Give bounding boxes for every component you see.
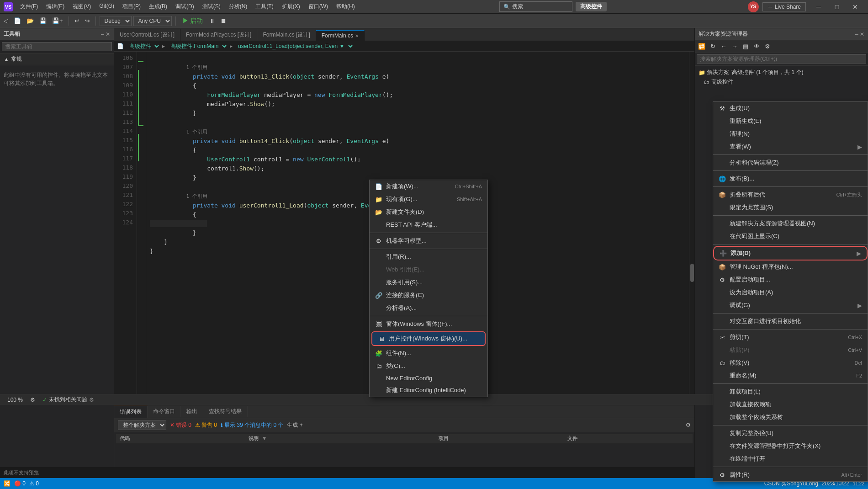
toolbar-stop[interactable]: ⏹ [219,16,228,25]
toolbox-search-area[interactable] [0,40,114,53]
toolbar-redo[interactable]: ↪ [83,16,92,25]
window-controls[interactable]: ─ □ ✕ [810,0,864,14]
ctx-new-editorconfig-intellicode[interactable]: 新建 EditorConfig (IntelliCode) [370,384,487,397]
issues-filter-icon[interactable]: ⚙ [89,397,94,403]
menu-file[interactable]: 文件(F) [16,2,42,11]
error-filter-icon[interactable]: ⚙ [686,422,691,428]
ctx-sol-clean[interactable]: 清理(N) [713,128,868,140]
menu-build[interactable]: 生成(B) [145,2,171,11]
menu-git[interactable]: Git(G) [95,2,118,11]
ctx-analyzer[interactable]: 分析器(A)... [370,302,487,314]
ctx-sol-add[interactable]: ➕ 添加(D) ▶ [713,246,868,260]
ctx-sol-copypath[interactable]: 复制完整路径(U) [713,427,868,440]
live-share-button[interactable]: ↔ Live Share [762,2,806,11]
tab-output[interactable]: 输出 [181,406,203,417]
ctx-sol-view[interactable]: 查看(W)▶ [713,140,868,153]
tab-find-symbols[interactable]: 查找符号结果 [203,406,248,417]
sol-tb-preview[interactable]: 👁 [752,41,762,51]
menu-edit[interactable]: 编辑(E) [42,2,68,11]
sol-tb-forward[interactable]: → [730,41,740,51]
editor-scrollbar[interactable] [689,52,694,405]
solution-search-area[interactable] [695,53,868,66]
menu-tools[interactable]: 工具(T) [252,2,277,11]
sol-tb-back[interactable]: ← [719,41,729,51]
zoom-icon[interactable]: ⚙ [30,397,35,403]
ctx-sol-unload[interactable]: 卸载项目(L) [713,385,868,398]
maximize-button[interactable]: □ [828,0,846,14]
close-button[interactable]: ✕ [846,0,864,14]
ctx-sol-build[interactable]: ⚒生成(U) [713,102,868,115]
tree-item-solution[interactable]: 📁 解决方案 '高级控件' (1 个项目，共 1 个) [695,68,868,77]
debug-config-select[interactable]: Debug [100,16,132,26]
toolbar-new[interactable]: 📄 [12,16,23,25]
ctx-sol-properties[interactable]: ⚙属性(R)Alt+Enter [713,468,868,481]
toolbar-step[interactable]: ⏸ [207,16,217,25]
ctx-sol-debugg[interactable]: 调试(G)▶ [713,299,868,312]
tree-item-project[interactable]: 🗂 高级控件 [695,77,868,87]
cpu-config-select[interactable]: Any CPU [133,16,172,26]
ctx-service-reference[interactable]: 服务引用(S)... [370,276,487,289]
run-button[interactable]: ▶ 启动 [180,16,206,26]
sol-tb-settings[interactable]: ⚙ [762,41,773,51]
ctx-new-editorconfig[interactable]: New EditorConfig [370,372,487,384]
menu-project[interactable]: 项目(P) [119,2,144,11]
col-desc-sort[interactable]: ▼ [262,436,267,441]
ctx-sol-nuget[interactable]: 📦管理 NuGet 程序包(N)... [713,260,868,273]
toolbar-save[interactable]: 💾 [37,16,48,25]
toolbar-open[interactable]: 📂 [25,16,36,25]
tab-formmain-cs[interactable]: FormMain.cs ✕ [316,30,365,41]
error-filter-select[interactable]: 整个解决方案 [118,420,166,430]
solution-search-input[interactable] [697,54,866,64]
ctx-sol-codemap[interactable]: 在代码图上显示(C) [713,230,868,243]
ctx-sol-analyze[interactable]: 分析和代码清理(Z) [713,156,868,169]
ctx-sol-startup[interactable]: ⚙配置启动项目... [713,273,868,286]
nav-project-select[interactable]: 高级控件 [126,42,160,50]
search-box[interactable]: 🔍 搜索 [499,1,572,12]
toolbox-section-general[interactable]: ▲ 常规 [0,53,114,65]
ctx-sol-publish[interactable]: 🌐发布(B)... [713,172,868,185]
ctx-new-item[interactable]: 📄 新建项(W)... Ctrl+Shift+A [370,180,487,193]
menu-bar[interactable]: 文件(F) 编辑(E) 视图(V) Git(G) 项目(P) 生成(B) 调试(… [16,2,359,11]
editor-tabs[interactable]: UserControl1.cs [设计] FormMediaPlayer.cs … [114,28,694,41]
menu-debug[interactable]: 调试(D) [172,2,198,11]
ctx-sol-openinfolder[interactable]: 在文件资源管理器中打开文件夹(X) [713,440,868,452]
editor-scrollbar-thumb[interactable] [690,264,694,282]
tab-usercontrol[interactable]: UserControl1.cs [设计] [114,29,180,41]
menu-help[interactable]: 帮助(H) [333,2,359,11]
ctx-sol-setstartup[interactable]: 设为启动项目(A) [713,286,868,299]
tab-formmain-design[interactable]: FormMain.cs [设计] [257,29,316,41]
ctx-sol-loaddep[interactable]: 加载直接依赖项 [713,398,868,411]
sol-tb-collapse[interactable]: ▤ [741,41,751,51]
menu-test[interactable]: 测试(S) [199,2,224,11]
ctx-sol-cut[interactable]: ✂剪切(T)Ctrl+X [713,331,868,344]
ctx-connected-service[interactable]: 🔗 连接的服务(C) [370,289,487,302]
ctx-existing-item[interactable]: 📁 现有项(G)... Shift+Alt+A [370,193,487,206]
ctx-sol-collapse[interactable]: 📦折叠所有后代Ctrl+左箭头 [713,188,868,201]
menu-extend[interactable]: 扩展(X) [278,2,304,11]
toolbox-header-icons[interactable]: – ✕ [101,31,110,37]
sol-tb-sync[interactable]: 🔁 [697,41,707,51]
ctx-ml-model[interactable]: ⚙ 机器学习模型... [370,234,487,247]
bottom-tabs[interactable]: 错误列表 命令窗口 输出 查找符号结果 [114,405,694,418]
ctx-sol-terminal[interactable]: 在终端中打开 [713,452,868,465]
tab-error-list[interactable]: 错误列表 [114,406,148,418]
ctx-component[interactable]: 🧩 组件(N)... [370,347,487,360]
menu-window[interactable]: 窗口(W) [305,2,332,11]
ctx-sol-remove[interactable]: 🗂移除(V)Del [713,356,868,369]
ctx-sol-init[interactable]: 对交互窗口进行项目初始化 [713,315,868,328]
sol-tb-refresh[interactable]: ↻ [708,41,718,51]
ctx-user-control[interactable]: 🖥 用户控件(Windows 窗体)(U)... [371,331,486,346]
ctx-rest-api[interactable]: REST API 客户端... [370,218,487,231]
ctx-sol-rename[interactable]: 重命名(M)F2 [713,369,868,382]
tab-command-window[interactable]: 命令窗口 [148,406,181,417]
toolbar-undo[interactable]: ↩ [73,16,81,25]
solution-explorer-close[interactable]: – ✕ [855,31,864,37]
ctx-class[interactable]: 🗂 类(C)... [370,360,487,372]
nav-class-select[interactable]: 高级控件.FormMain [167,42,228,50]
ctx-reference[interactable]: 引用(R)... [370,250,487,263]
tab-close-icon[interactable]: ✕ [355,33,359,38]
ctx-new-folder[interactable]: 📂 新建文件夹(D) [370,206,487,218]
ctx-sol-loadtree[interactable]: 加载整个依赖关系树 [713,411,868,424]
toolbar-saveall[interactable]: 💾+ [50,16,65,25]
menu-analyze[interactable]: 分析(N) [225,2,251,11]
